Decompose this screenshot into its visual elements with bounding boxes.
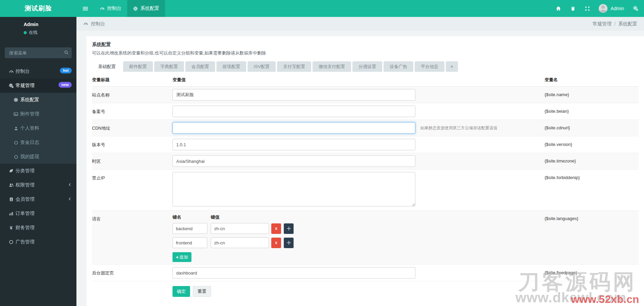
sidebar-item-dashboard[interactable]: 控制台 hot [0,64,76,79]
fullscreen-button[interactable] [580,0,595,17]
breadcrumb-page: 系统配置 [618,21,637,27]
user-menu[interactable]: Admin [595,4,628,13]
sidebar-item-finance[interactable]: ¥ 财务管理 [0,221,76,235]
sidebar-item-permissions[interactable]: 权限管理 [0,178,76,192]
menu-search-input[interactable] [5,47,72,58]
chevron-left-icon [68,183,72,187]
sidebar-item-profile[interactable]: 个人资料 [0,121,76,135]
tab-device-ads[interactable]: 设备广告 [384,61,413,72]
hot-badge: hot [60,68,72,73]
menu-label: 我的提现 [20,154,39,160]
page-description: 可以在此增改系统的变量和分组,也可以自定义分组和变量,如果需要删除请从数据库中删… [92,50,639,56]
config-row-fixed-page: 后台固定页 {$site.fixedpage} [92,265,639,281]
append-row-button[interactable]: + 追加 [172,252,191,262]
breadcrumb: 控制台 常规管理 / 系统配置 [76,17,644,31]
home-icon [556,6,561,11]
remove-row-button[interactable]: x [271,238,281,248]
lang-value-input[interactable] [211,237,269,248]
row-label: CDN地址 [92,122,172,134]
lang-key-input[interactable] [172,223,207,234]
tab-dictionary-config[interactable]: 字典配置 [154,61,184,72]
settings-button[interactable] [628,0,643,17]
breadcrumb-dashboard-link[interactable]: 控制台 [83,21,105,27]
forbidden-ip-textarea[interactable] [172,172,415,206]
row-label: 时区 [92,155,172,167]
kv-row-frontend: x [172,237,545,248]
cogs-icon [633,6,639,11]
row-label: 语言 [92,213,172,262]
row-label: 站点名称 [92,89,172,101]
drag-row-button[interactable] [284,238,294,248]
search-icon[interactable] [64,50,69,55]
kv-key-header: 键名 [172,214,211,220]
clear-cache-button[interactable] [566,0,580,17]
timezone-input[interactable] [172,155,415,167]
config-row-cdn: CDN地址 如果静态资源使用第三方云储存请配置该值 {$site.cdnurl} [92,120,639,136]
row-var-name: {$site.cdnurl} [545,122,639,134]
new-badge: new [59,82,72,88]
tab-isv-config[interactable]: ISV配置 [248,61,276,72]
online-status: 在线 [24,29,39,36]
lang-key-input[interactable] [172,237,207,248]
config-panel: 系统配置 可以在此增改系统的变量和分组,也可以自定义分组和变量,如果需要删除请从… [87,36,644,306]
address-book-icon [7,197,16,202]
append-label: 追加 [179,254,188,260]
cdn-url-input[interactable] [172,122,415,134]
sidebar-item-orders[interactable]: 订单管理 [0,206,76,221]
home-button[interactable] [551,0,566,17]
sidebar-user-panel: Admin 在线 [0,17,76,42]
sidebar-item-ads[interactable]: 广告管理 [0,235,76,249]
app-title: 测试刷脸 [0,0,76,17]
topbar-tab-dashboard[interactable]: 控制台 [94,0,127,17]
menu-label: 会员管理 [16,196,34,202]
x-icon: x [275,226,277,231]
leaf-icon [7,169,16,173]
sidebar-item-attachments[interactable]: 附件管理 [0,107,76,121]
tab-alipay-config[interactable]: 支付宝配置 [277,61,311,72]
tab-mail-config[interactable]: 邮件配置 [123,61,153,72]
gear-icon [133,6,138,11]
tab-wechatpay-config[interactable]: 微信支付配置 [313,61,351,72]
sidebar-item-my-withdraw[interactable]: 我的提现 [0,150,76,164]
fixed-page-input[interactable] [172,267,415,279]
circle-icon [7,240,16,244]
reset-button[interactable]: 重置 [193,286,211,297]
sidebar-item-categories[interactable]: 分类管理 [0,164,76,178]
drag-row-button[interactable] [284,223,294,234]
version-input[interactable] [172,139,415,150]
remove-row-button[interactable]: x [271,223,281,234]
sidebar-item-money-log[interactable]: 资金日志 [0,135,76,150]
sidebar-item-system-config[interactable]: 系统配置 [0,93,76,107]
tab-withdraw-config[interactable]: 提现配置 [216,61,246,72]
table-header: 变量标题 变量值 变量名 [92,72,639,87]
breadcrumb-current: 控制台 [91,21,105,27]
topbar-tab-config[interactable]: 系统配置 [127,0,165,17]
topbar-tab-label: 控制台 [107,5,121,12]
submit-button[interactable]: 确定 [172,286,190,297]
config-row-site-name: 站点名称 {$site.name} [92,87,639,103]
add-tab-button[interactable]: + [446,61,458,72]
move-arrows-icon [287,241,291,245]
lang-value-input[interactable] [211,223,269,234]
beian-input[interactable] [172,106,415,117]
menu-label: 附件管理 [20,111,39,117]
tab-platform-info[interactable]: 平台信息 [415,61,444,72]
row-var-name: {$site.version} [545,139,639,150]
site-name-input[interactable] [172,89,415,101]
breadcrumb-parent-link[interactable]: 常规管理 [593,21,612,27]
form-footer: 确定 重置 [92,281,639,297]
config-row-forbidden-ip: 禁止IP {$site.forbiddenip} [92,170,639,211]
menu-label: 常规管理 [16,83,34,89]
row-label: 后台固定页 [92,267,172,279]
tab-member-config[interactable]: 会员配置 [185,61,215,72]
circle-icon [12,140,20,145]
sidebar-toggle-button[interactable] [76,0,94,17]
sidebar-item-general[interactable]: 常规管理 new [0,79,76,93]
row-label: 版本号 [92,139,172,150]
tab-commission-config[interactable]: 分佣设置 [352,61,382,72]
sidebar-item-members[interactable]: 会员管理 [0,192,76,206]
tab-basic-config[interactable]: 基础配置 [92,61,122,72]
row-var-name: {$site.beian} [545,106,639,117]
bar-chart-icon [7,211,16,216]
tachometer-icon [100,6,105,11]
